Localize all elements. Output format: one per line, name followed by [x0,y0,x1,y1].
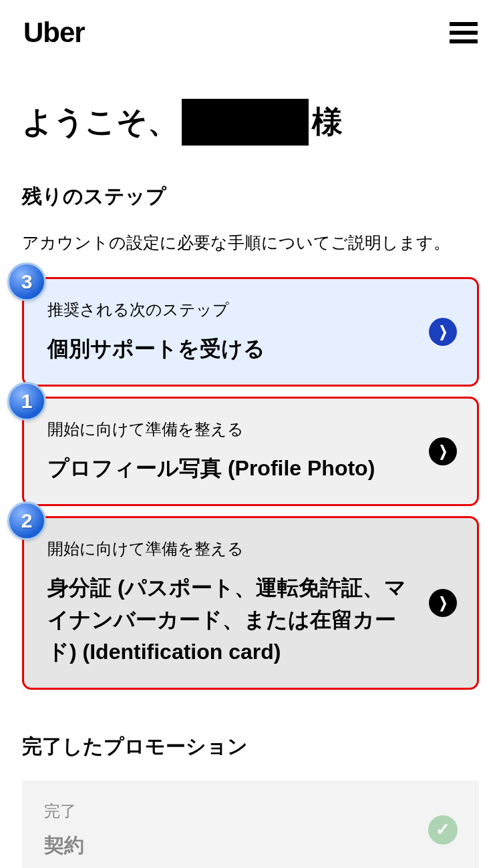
step-title: 個別サポートを受ける [47,333,410,365]
greeting-suffix: 様 [312,101,343,143]
completed-title: 契約 [44,832,412,859]
step-card-profile-photo[interactable]: 1 開始に向けて準備を整える プロフィール写真 (Profile Photo) … [22,397,479,506]
chevron-right-icon: ❯ [429,437,457,465]
step-card-content: 開始に向けて準備を整える 身分証 (パスポート、運転免許証、マイナンバーカード、… [47,538,410,668]
check-circle-icon: ✓ [428,815,458,845]
chevron-right-icon: ❯ [429,318,457,346]
greeting-prefix: ようこそ、 [22,101,178,143]
completed-promotions-title: 完了したプロモーション [22,733,479,761]
step-card-content: 開始に向けて準備を整える プロフィール写真 (Profile Photo) [47,419,410,484]
chevron-right-icon: ❯ [429,589,457,617]
step-title: プロフィール写真 (Profile Photo) [47,452,410,484]
uber-logo: Uber [23,17,85,49]
step-card-support[interactable]: 3 推奨される次のステップ 個別サポートを受ける ❯ [22,277,479,387]
step-label: 開始に向けて準備を整える [47,419,410,440]
remaining-steps-title: 残りのステップ [22,183,479,210]
step-label: 推奨される次のステップ [47,299,410,320]
step-badge-number: 3 [7,262,46,301]
hamburger-icon [450,39,478,43]
step-title: 身分証 (パスポート、運転免許証、マイナンバーカード、または在留カード) (Id… [47,572,410,668]
step-card-identification[interactable]: 2 開始に向けて準備を整える 身分証 (パスポート、運転免許証、マイナンバーカー… [22,516,479,690]
redacted-name [182,99,309,146]
step-card-content: 推奨される次のステップ 個別サポートを受ける [47,299,410,365]
header: Uber [0,0,501,65]
step-badge-number: 1 [7,382,46,421]
menu-button[interactable] [450,22,478,43]
step-label: 開始に向けて準備を整える [47,538,410,560]
completed-card-contract: 完了 契約 ✓ [22,781,479,869]
main-content: ようこそ、 様 残りのステップ アカウントの設定に必要な手順についてご説明します… [0,65,501,868]
step-badge-number: 2 [7,501,46,540]
remaining-steps-description: アカウントの設定に必要な手順についてご説明します。 [22,230,479,256]
page-title: ようこそ、 様 [22,99,479,146]
hamburger-icon [450,22,478,26]
hamburger-icon [450,31,478,35]
completed-label: 完了 [44,801,412,822]
